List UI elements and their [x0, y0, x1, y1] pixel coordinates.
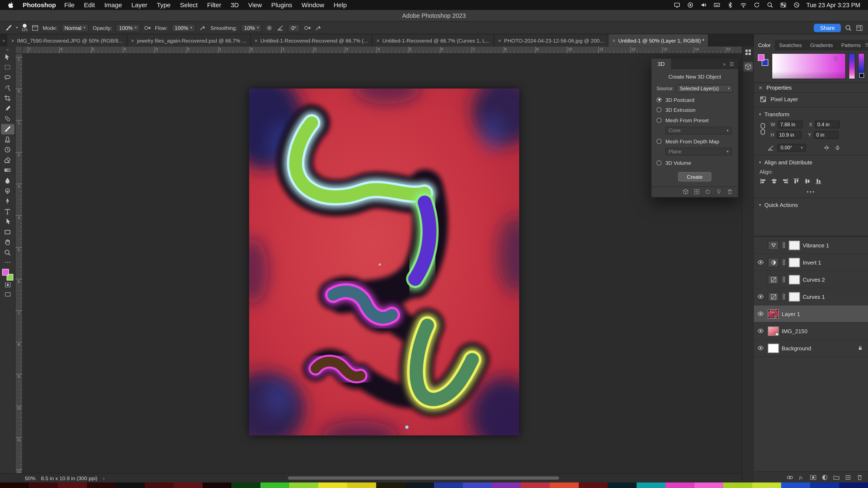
flip-vertical-icon[interactable] — [834, 144, 841, 151]
size-pressure-icon[interactable] — [304, 24, 311, 31]
tab-close-icon[interactable]: × — [498, 37, 501, 43]
link-dimensions-icon[interactable] — [760, 123, 766, 135]
3d-option-3d-extrusion[interactable]: 3D Extrusion — [656, 107, 733, 113]
light-icon[interactable] — [716, 189, 722, 195]
align-left-icon[interactable] — [760, 178, 767, 185]
type-tool[interactable] — [1, 206, 14, 217]
brush-tool[interactable] — [1, 124, 14, 134]
menu-select[interactable]: Select — [180, 2, 198, 8]
dodge-tool[interactable] — [1, 186, 14, 196]
marquee-tool[interactable] — [1, 62, 14, 73]
screen-mode-button[interactable] — [1, 290, 14, 299]
app-menu-title[interactable]: Photoshop — [23, 2, 56, 8]
group-icon[interactable] — [833, 474, 840, 480]
scene-icon[interactable] — [683, 189, 689, 195]
tab-swatches[interactable]: Swatches — [775, 40, 806, 51]
shortcuts-icon[interactable] — [687, 2, 693, 8]
radio-3d-volume[interactable] — [656, 160, 661, 165]
document-tab-3[interactable]: ×Untitled-1-Recovered-Recovered @ 66.7% … — [250, 34, 372, 46]
adjustment-layer-thumbnail[interactable] — [768, 275, 779, 284]
clone-stamp-tool[interactable] — [1, 134, 14, 145]
tool-preset-caret-icon[interactable]: ▾ — [16, 25, 18, 30]
flow-select[interactable]: 100%▾ — [172, 24, 195, 32]
layer-name[interactable]: Vibrance 1 — [803, 242, 829, 248]
color-swatches[interactable] — [2, 269, 13, 281]
properties-tab[interactable]: Properties — [767, 85, 792, 91]
layer-row-background[interactable]: Background — [754, 340, 868, 357]
menu-image[interactable]: Image — [104, 2, 122, 8]
layer-thumbnail[interactable] — [768, 343, 779, 353]
layer-mask-thumbnail[interactable] — [789, 258, 800, 267]
volume-icon[interactable] — [700, 2, 707, 8]
menu-window[interactable]: Window — [302, 2, 324, 8]
radio-mesh-from-depth-map[interactable] — [656, 139, 661, 144]
menu-3d[interactable]: 3D — [230, 2, 239, 8]
toolbar-expand-icon[interactable]: » — [6, 47, 9, 52]
search-icon[interactable] — [845, 24, 852, 31]
3d-option-3d-postcard[interactable]: 3D Postcard — [656, 97, 733, 103]
color-cursor[interactable] — [834, 56, 837, 60]
share-button[interactable]: Share — [814, 24, 841, 32]
x-field[interactable]: 0.4 in — [815, 121, 840, 128]
document-tab-2[interactable]: ×jewelry files_again-Recovered.psd @ 66.… — [127, 34, 250, 46]
height-field[interactable]: 10.9 in — [776, 131, 802, 139]
menu-type[interactable]: Type — [157, 2, 170, 8]
bluetooth-icon[interactable] — [727, 2, 733, 8]
3d-panel-dock-icon[interactable] — [743, 62, 753, 71]
document-tab-4[interactable]: ×Untitled-1-Recovered @ 66.7% (Curves 1,… — [373, 34, 494, 46]
tab-close-icon[interactable]: × — [376, 37, 379, 43]
shape-tool[interactable] — [1, 227, 14, 237]
align-center-vertical-icon[interactable] — [804, 178, 811, 185]
layer-visibility-toggle[interactable] — [756, 345, 765, 351]
layer-name[interactable]: Background — [781, 345, 811, 351]
zoom-tool[interactable] — [1, 248, 14, 258]
layer-visibility-toggle[interactable] — [756, 327, 765, 334]
path-selection-tool[interactable] — [1, 217, 14, 227]
link-layers-icon[interactable] — [786, 474, 793, 480]
menu-file[interactable]: File — [64, 2, 74, 8]
y-field[interactable]: 0 in — [813, 131, 839, 139]
lasso-tool[interactable] — [1, 73, 14, 83]
layer-row-img-2150[interactable]: IMG_2150 — [754, 323, 868, 340]
layer-thumbnail[interactable] — [768, 326, 779, 335]
3d-option-3d-volume[interactable]: 3D Volume — [656, 160, 733, 166]
align-right-icon[interactable] — [781, 178, 789, 185]
adjustment-icon[interactable] — [822, 474, 828, 480]
opacity-pressure-icon[interactable] — [144, 24, 151, 31]
color-ramp[interactable] — [858, 53, 865, 79]
layer-visibility-toggle[interactable] — [756, 310, 765, 317]
layer-name[interactable]: Layer 1 — [781, 311, 800, 317]
libraries-panel-icon[interactable] — [744, 49, 752, 56]
newlayer-icon[interactable] — [845, 474, 851, 480]
airbrush-icon[interactable] — [199, 24, 207, 31]
panel-menu-icon[interactable]: ☰ — [730, 61, 734, 67]
tab-close-icon[interactable]: × — [131, 37, 134, 43]
3d-option-mesh-from-depth-map[interactable]: Mesh From Depth Map — [656, 138, 733, 144]
zoom-level[interactable]: 50% — [25, 475, 36, 481]
adjustment-layer-thumbnail[interactable] — [768, 240, 779, 250]
quick-actions-header[interactable]: ▾ Quick Actions — [754, 198, 868, 210]
screen-mirroring-icon[interactable] — [674, 2, 680, 8]
document-tab-1[interactable]: ×IMG_7590-Recovered.JPG @ 50% (RGB/8... — [7, 34, 127, 46]
radio-mesh-from-preset[interactable] — [656, 118, 661, 123]
toggle-brush-panel-icon[interactable] — [32, 24, 39, 31]
create-3d-button[interactable]: Create — [678, 172, 711, 181]
workspace-switcher-icon[interactable] — [856, 24, 863, 31]
width-field[interactable]: 7.88 in — [777, 121, 803, 128]
close-panel-icon[interactable]: ✕ — [758, 85, 763, 91]
layer-name[interactable]: Invert 1 — [803, 259, 821, 265]
transform-section-header[interactable]: ▾ Transform — [754, 107, 868, 119]
3d-panel-tab[interactable]: 3D — [652, 59, 671, 69]
layer-mask-thumbnail[interactable] — [789, 240, 800, 250]
align-bottom-icon[interactable] — [815, 178, 822, 185]
menu-clock[interactable]: Tue 23 Apr 3:23 PM — [806, 2, 860, 8]
control-center-icon[interactable] — [780, 2, 786, 8]
gradient-tool[interactable] — [1, 165, 14, 175]
opacity-select[interactable]: 100%▾ — [116, 24, 140, 32]
layer-name[interactable]: Curves 2 — [803, 276, 825, 283]
menu-view[interactable]: View — [248, 2, 262, 8]
move-tool[interactable] — [1, 52, 14, 63]
hand-tool[interactable] — [1, 237, 14, 248]
layer-thumbnail[interactable] — [768, 309, 779, 318]
angle-field[interactable]: 0.00°▾ — [777, 144, 806, 152]
